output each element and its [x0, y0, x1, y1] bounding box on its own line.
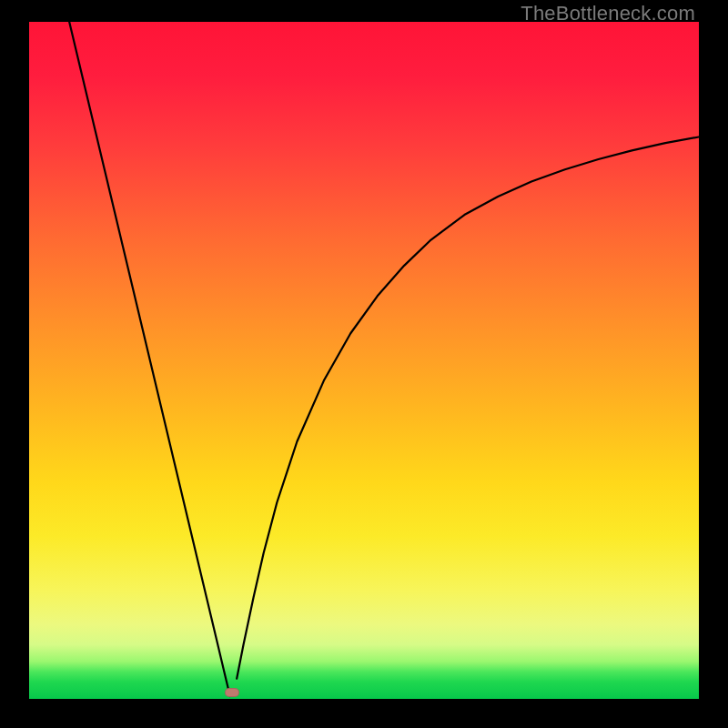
plot-area — [29, 22, 699, 699]
chart-container: TheBottleneck.com — [0, 0, 728, 728]
nadir-marker — [225, 688, 239, 697]
bottleneck-curve — [29, 22, 699, 699]
watermark-text: TheBottleneck.com — [521, 2, 695, 25]
